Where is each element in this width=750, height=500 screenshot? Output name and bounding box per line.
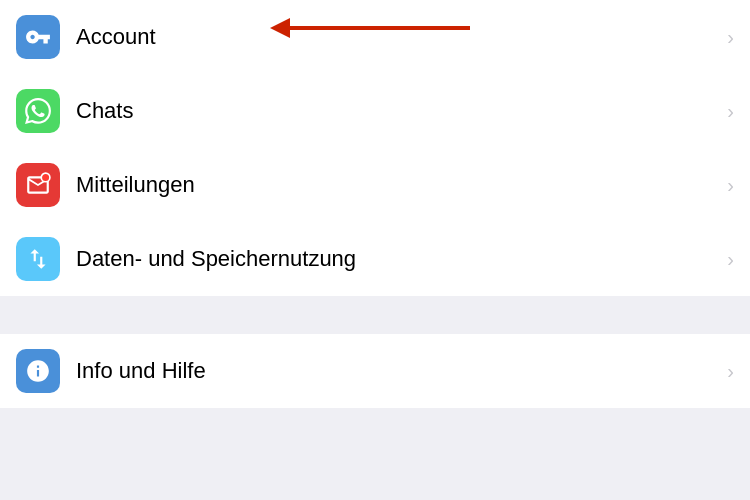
settings-item-info[interactable]: Info und Hilfe › <box>0 334 750 408</box>
chats-chevron: › <box>727 100 734 123</box>
whatsapp-icon <box>25 98 51 124</box>
account-chevron: › <box>727 26 734 49</box>
settings-item-daten[interactable]: Daten- und Speichernutzung › <box>0 222 750 296</box>
chats-icon-wrapper <box>16 89 60 133</box>
section-divider <box>0 296 750 334</box>
settings-item-mitteilungen[interactable]: Mitteilungen › <box>0 148 750 222</box>
account-icon-wrapper <box>16 15 60 59</box>
mitteilungen-chevron: › <box>727 174 734 197</box>
settings-list-top: Account › Chats › Mitteilunge <box>0 0 750 296</box>
chats-label: Chats <box>76 98 719 124</box>
settings-item-account[interactable]: Account › <box>0 0 750 74</box>
account-label: Account <box>76 24 719 50</box>
settings-item-chats[interactable]: Chats › <box>0 74 750 148</box>
info-label: Info und Hilfe <box>76 358 719 384</box>
info-icon-wrapper <box>16 349 60 393</box>
settings-list-bottom: Info und Hilfe › <box>0 334 750 408</box>
key-icon <box>25 24 51 50</box>
notification-icon <box>25 172 51 198</box>
daten-chevron: › <box>727 248 734 271</box>
daten-icon-wrapper <box>16 237 60 281</box>
mitteilungen-icon-wrapper <box>16 163 60 207</box>
settings-page: Account › Chats › Mitteilunge <box>0 0 750 500</box>
info-icon <box>25 358 51 384</box>
mitteilungen-label: Mitteilungen <box>76 172 719 198</box>
info-chevron: › <box>727 360 734 383</box>
data-icon <box>25 246 51 272</box>
svg-point-0 <box>41 173 50 182</box>
daten-label: Daten- und Speichernutzung <box>76 246 719 272</box>
